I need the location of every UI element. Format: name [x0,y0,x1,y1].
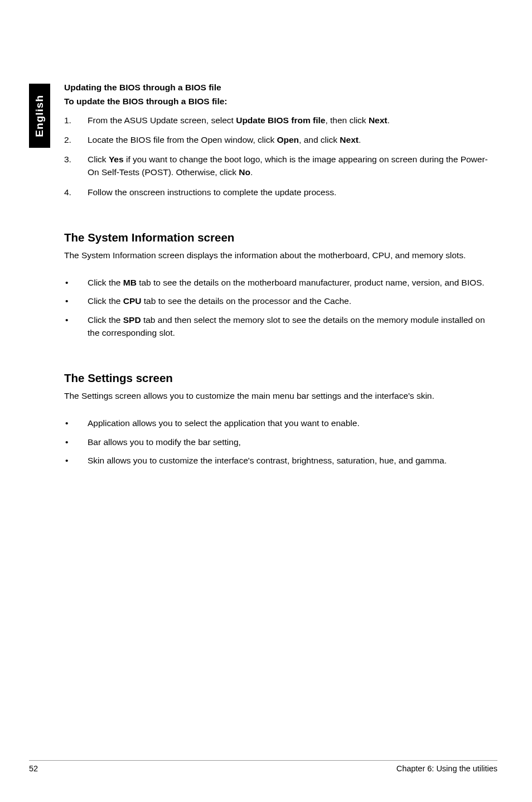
bullet-marker: • [64,436,88,448]
side-language-tab: English [29,84,50,148]
bullet-text: Click the CPU tab to see the details on … [88,294,496,307]
main-content: Updating the BIOS through a BIOS file To… [64,81,496,472]
text-fragment: Click the [88,278,123,287]
text-fragment: . [359,135,361,144]
list-item: • Click the MB tab to see the details on… [64,276,496,289]
bullet-marker: • [64,313,88,340]
numbered-steps-list: 1. From the ASUS Update screen, select U… [64,114,496,199]
heading-system-info: The System Information screen [64,231,496,244]
system-info-bullets: • Click the MB tab to see the details on… [64,276,496,339]
bullet-text: Bar allows you to modify the bar setting… [88,436,496,448]
step-1: 1. From the ASUS Update screen, select U… [64,114,496,127]
text-fragment: if you want to change the boot logo, whi… [88,154,488,177]
list-item: • Skin allows you to customize the inter… [64,454,496,467]
text-fragment: , then click [325,115,369,125]
bullet-marker: • [64,417,88,429]
text-fragment: Click the [88,315,123,325]
step-text: Follow the onscreen instructions to comp… [88,186,496,199]
text-bold: Next [340,135,359,144]
text-fragment: tab to see the details on the processor … [141,296,351,306]
text-bold: Update BIOS from file [236,115,325,125]
text-bold: No [239,167,250,177]
settings-bullets: • Application allows you to select the a… [64,417,496,467]
text-fragment: Click [88,154,109,164]
text-fragment: tab and then select the memory slot to s… [88,315,485,337]
bullet-text: Click the MB tab to see the details on t… [88,276,496,289]
chapter-label: Chapter 6: Using the utilities [396,764,497,773]
bullet-text: Click the SPD tab and then select the me… [88,313,496,340]
text-fragment: . [388,115,390,125]
page-number: 52 [29,764,38,773]
step-text: Click Yes if you want to change the boot… [88,153,496,179]
step-text: Locate the BIOS file from the Open windo… [88,133,496,146]
text-fragment: . [250,167,253,177]
text-fragment: Locate the BIOS file from the Open windo… [88,135,277,144]
step-number: 1. [64,114,88,127]
text-fragment: tab to see the details on the motherboar… [137,278,485,287]
list-item: • Bar allows you to modify the bar setti… [64,436,496,448]
text-fragment: Click the [88,296,123,306]
text-fragment: From the ASUS Update screen, select [88,115,236,125]
page-footer: 52 Chapter 6: Using the utilities [29,760,497,773]
text-bold: MB [123,278,137,287]
bullet-text: Application allows you to select the app… [88,417,496,429]
heading-settings: The Settings screen [64,371,496,385]
step-number: 3. [64,153,88,179]
text-bold: SPD [123,315,141,325]
list-item: • Click the SPD tab and then select the … [64,313,496,340]
bullet-marker: • [64,276,88,289]
step-3: 3. Click Yes if you want to change the b… [64,153,496,179]
step-text: From the ASUS Update screen, select Upda… [88,114,496,127]
bullet-text: Skin allows you to customize the interfa… [88,454,496,467]
text-bold: Yes [109,154,124,164]
text-bold: Open [277,135,299,144]
text-bold: CPU [123,296,142,306]
text-bold: Next [369,115,388,125]
heading-to-update: To update the BIOS through a BIOS file: [64,95,496,108]
side-tab-label: English [33,95,46,137]
list-item: • Application allows you to select the a… [64,417,496,429]
system-info-intro: The System Information screen displays t… [64,249,496,262]
step-number: 4. [64,186,88,199]
bullet-marker: • [64,294,88,307]
text-fragment: , and click [299,135,340,144]
step-2: 2. Locate the BIOS file from the Open wi… [64,133,496,146]
settings-intro: The Settings screen allows you to custom… [64,389,496,402]
list-item: • Click the CPU tab to see the details o… [64,294,496,307]
step-4: 4. Follow the onscreen instructions to c… [64,186,496,199]
heading-updating-bios: Updating the BIOS through a BIOS file [64,81,496,94]
step-number: 2. [64,133,88,146]
bullet-marker: • [64,454,88,467]
